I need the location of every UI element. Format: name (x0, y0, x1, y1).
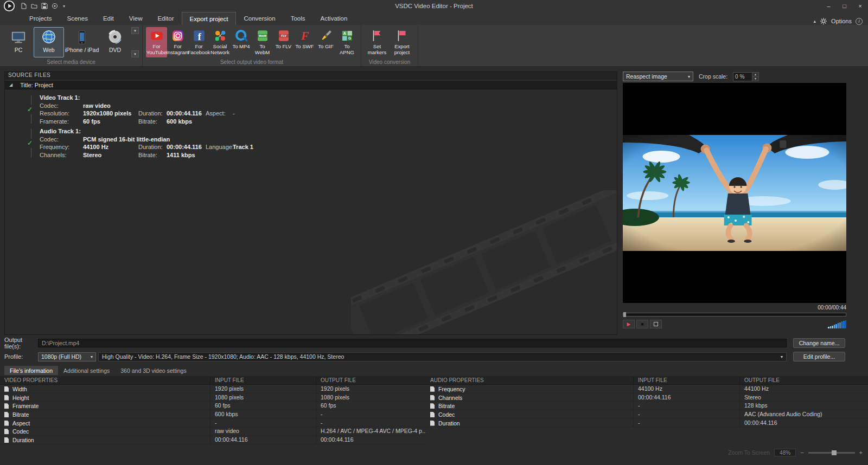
frame-preview-button[interactable] (650, 320, 662, 328)
format-social-network[interactable]: Social Network (209, 27, 231, 57)
table-row[interactable]: Width 1920 pixels 1920 pixels (0, 385, 426, 393)
new-project-icon[interactable] (21, 3, 27, 9)
device-iphone-ipad[interactable]: iPhone / iPad (64, 27, 100, 57)
file-icon (430, 395, 435, 401)
tab-tools[interactable]: Tools (283, 12, 313, 25)
tab-export-project[interactable]: Export project (182, 12, 237, 25)
zoom-slider-handle[interactable] (832, 450, 837, 455)
format-apng[interactable]: AG To APNG (336, 27, 358, 57)
open-project-icon[interactable] (31, 3, 37, 9)
profile-description-combo[interactable]: High Quality - Video: H.264, Frame Size … (98, 352, 787, 361)
export-quick-icon[interactable] (52, 3, 58, 9)
device-scroll-down-icon[interactable]: ▾ (131, 50, 139, 57)
output-value: - (316, 419, 426, 427)
property-name: Channels (438, 395, 462, 401)
device-dvd[interactable]: DVD (100, 27, 130, 57)
zoom-out-button[interactable]: − (800, 449, 803, 456)
stop-button[interactable]: ■ (636, 320, 648, 328)
tab-projects[interactable]: Projects (22, 12, 60, 25)
format-mp4[interactable]: To MP4 (231, 27, 252, 57)
device-web[interactable]: Web (34, 27, 64, 57)
device-label: DVD (109, 47, 121, 53)
maximize-button[interactable]: □ (837, 0, 852, 12)
input-value: - (210, 419, 316, 427)
format-webm[interactable]: WebM To WebM (252, 27, 273, 57)
tab-scenes[interactable]: Scenes (60, 12, 95, 25)
close-button[interactable]: × (852, 0, 868, 12)
format-instagram[interactable]: For Instagram (167, 27, 188, 57)
device-scroll-up-icon[interactable]: ▾ (131, 27, 139, 34)
table-row[interactable]: Aspect - - (0, 419, 426, 428)
property-name: Codec (438, 411, 455, 418)
table-row[interactable]: Channels 00:00:44.116 Stereo (426, 393, 868, 402)
edit-profile-button[interactable]: Edit profile... (793, 352, 845, 361)
table-row[interactable]: Codec raw video H.264 / AVC / MPEG-4 AVC… (0, 427, 426, 436)
format-swf[interactable]: F To SWF (294, 27, 315, 57)
tab-360-3d-settings[interactable]: 360 and 3D video settings (115, 366, 192, 375)
table-row[interactable]: Frequency 44100 Hz 44100 Hz (426, 385, 868, 393)
tab-edit[interactable]: Edit (95, 12, 122, 25)
format-flv[interactable]: FLV To FLV (273, 27, 294, 57)
tab-editor[interactable]: Editor (150, 12, 181, 25)
output-path-input[interactable] (38, 339, 787, 347)
seek-bar[interactable] (623, 313, 846, 317)
table-row[interactable]: Framerate 60 fps 60 fps (0, 402, 426, 410)
input-value: raw video (210, 427, 316, 435)
seek-handle[interactable] (623, 312, 626, 317)
profile-select[interactable]: 1080p (Full HD) ▾ (38, 352, 96, 361)
output-value: H.264 / AVC / MPEG-4 AVC / MPEG-4 p... (316, 427, 426, 435)
device-label: PC (15, 47, 23, 53)
customize-toolbar-icon[interactable]: ▾ (63, 4, 65, 9)
project-tree-row[interactable]: ◢ Title: Project (5, 81, 617, 89)
video-track-info[interactable]: ✓ Video Track 1: Codec: raw video Resolu… (40, 94, 343, 125)
file-icon (430, 412, 435, 417)
device-pc[interactable]: PC (3, 27, 34, 57)
table-row[interactable]: Bitrate - 128 kbps (426, 402, 868, 410)
format-label: To FLV (276, 44, 291, 50)
app-logo-icon[interactable] (3, 0, 15, 12)
output-format-group: For YouTube For Instagram f For Facebook… (143, 25, 361, 66)
spin-up-icon[interactable]: ▴ (752, 73, 758, 77)
table-row[interactable]: Duration - 00:00:44.116 (426, 419, 868, 428)
tab-activation[interactable]: Activation (312, 12, 355, 25)
format-facebook[interactable]: f For Facebook (188, 27, 209, 57)
video-properties-table: VIDEO PROPERTIES INPUT FILE OUTPUT FILE … (0, 376, 426, 444)
audio-track-info[interactable]: ✓ Audio Track 1: Codec: PCM signed 16-bi… (40, 127, 343, 159)
chevron-down-icon: ▾ (688, 74, 690, 79)
info-icon[interactable]: i (856, 18, 863, 25)
table-row[interactable]: Height 1080 pixels 1080 pixels (0, 393, 426, 402)
set-markers-button[interactable]: Set markers (365, 27, 390, 57)
webm-icon: WebM (256, 29, 270, 43)
table-row[interactable]: Codec - AAC (Advanced Audio Coding) (426, 410, 868, 419)
tab-additional-settings[interactable]: Additional settings (58, 366, 115, 375)
table-row[interactable]: Duration 00:00:44.116 00:00:44.116 (0, 436, 426, 444)
table-row[interactable]: Bitrate 600 kbps - (0, 410, 426, 419)
format-label: For Facebook (188, 44, 210, 55)
preview-panel: Reaspect image ▾ Crop scale: 0 % ▴ ▾ (623, 71, 846, 335)
format-label: To MP4 (232, 44, 250, 50)
reaspect-select[interactable]: Reaspect image ▾ (623, 72, 693, 81)
crop-scale-stepper[interactable]: 0 % ▴ ▾ (733, 72, 759, 81)
social-network-icon (213, 29, 227, 43)
tab-files-information[interactable]: File's information (4, 366, 58, 375)
resolution-value: 1920x1080 pixels (83, 109, 138, 118)
format-youtube[interactable]: For YouTube (146, 27, 167, 57)
format-gif[interactable]: To GIF (315, 27, 336, 57)
zoom-slider[interactable] (808, 452, 855, 454)
change-name-button[interactable]: Change name... (793, 338, 845, 348)
zoom-in-button[interactable]: + (859, 449, 863, 456)
tab-view[interactable]: View (122, 12, 150, 25)
file-icon (4, 386, 9, 392)
collapse-icon[interactable]: ◢ (9, 82, 12, 87)
options-button[interactable]: Options (831, 18, 852, 24)
export-project-button[interactable]: Export project (390, 27, 414, 57)
gear-icon[interactable] (820, 17, 827, 25)
menu-tabs: Projects Scenes Edit View Editor Export … (22, 12, 355, 25)
save-project-icon[interactable] (41, 3, 48, 9)
play-button[interactable]: ▶ (623, 320, 635, 328)
spin-down-icon[interactable]: ▾ (752, 77, 758, 81)
ribbon-pin-icon[interactable]: ▴ (814, 18, 816, 24)
minimize-button[interactable]: – (821, 0, 837, 12)
tab-conversion[interactable]: Conversion (236, 12, 283, 25)
instagram-icon (171, 29, 185, 43)
